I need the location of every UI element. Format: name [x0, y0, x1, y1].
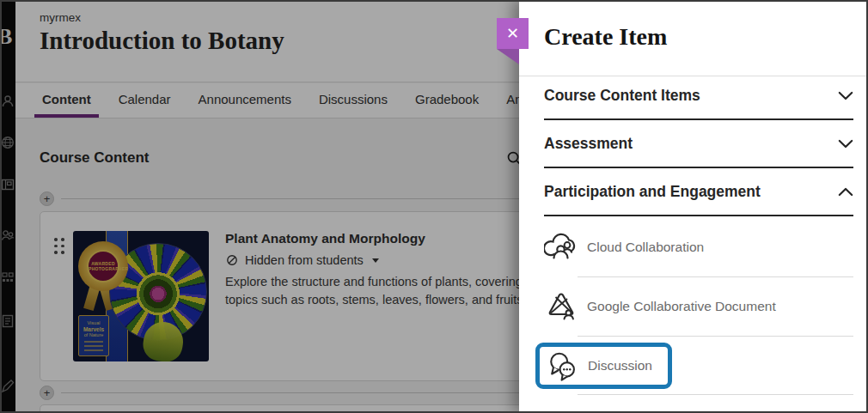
panel-title: Create Item — [544, 23, 853, 51]
item-discussion[interactable]: Discussion — [544, 339, 853, 392]
item-cloud-collaboration[interactable]: Cloud Collaboration — [544, 218, 853, 276]
discussion-highlight-box[interactable]: Discussion — [535, 343, 672, 389]
chevron-up-icon — [838, 187, 853, 197]
section-label: Participation and Engagement — [544, 183, 761, 201]
section-assessment[interactable]: Assessment — [544, 120, 853, 168]
item-label: Discussion — [588, 358, 652, 374]
panel-divider — [519, 76, 868, 76]
close-icon: ✕ — [506, 25, 519, 42]
item-label: Cloud Collaboration — [587, 240, 704, 255]
item-list: Cloud Collaboration Google Collaborative… — [544, 216, 853, 395]
section-label: Assessment — [544, 135, 633, 153]
discussion-icon — [547, 349, 579, 382]
close-button[interactable]: ✕ — [497, 18, 529, 49]
item-google-collaborative-document[interactable]: Google Collaborative Document — [544, 277, 853, 336]
section-label: Course Content Items — [544, 87, 700, 105]
section-course-content-items[interactable]: Course Content Items — [544, 76, 853, 120]
item-divider — [578, 336, 853, 337]
cloud-collaboration-icon — [544, 230, 578, 264]
screenshot-root: B myrmex Introduction to Botany Content … — [0, 0, 868, 413]
chevron-down-icon — [838, 91, 853, 100]
item-label: Google Collaborative Document — [587, 299, 776, 314]
create-item-panel: ✕ Create Item Course Content Items Asses… — [519, 0, 868, 413]
chevron-down-icon — [838, 139, 853, 149]
google-collaborative-document-icon — [544, 289, 578, 324]
item-divider — [578, 394, 853, 395]
section-participation-engagement[interactable]: Participation and Engagement — [544, 168, 853, 216]
accordion-sections: Course Content Items Assessment Particip… — [544, 76, 853, 216]
